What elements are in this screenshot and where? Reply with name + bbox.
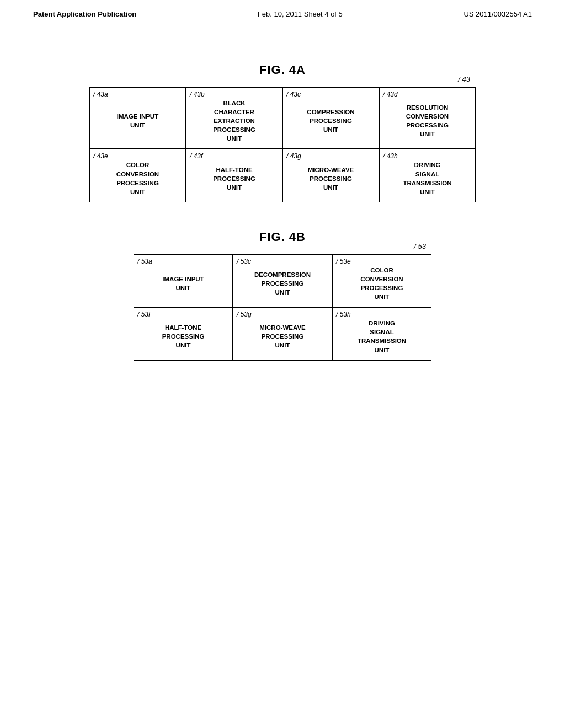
- ref-53a: / 53a: [137, 257, 152, 266]
- box-43h-label: DRIVING SIGNAL TRANSMISSION UNIT: [403, 160, 451, 196]
- box-43a: / 43a IMAGE INPUT UNIT: [89, 87, 186, 149]
- box-53f-label: HALF-TONE PROCESSING UNIT: [162, 323, 205, 350]
- fig4b-diagram: / 53a IMAGE INPUT UNIT / 53c DECOMPRESSI…: [134, 254, 431, 361]
- fig4b-title: FIG. 4B: [33, 230, 532, 244]
- ref-53h: / 53h: [336, 310, 351, 319]
- box-43d-label: RESOLUTION CONVERSION PROCESSING UNIT: [406, 103, 449, 138]
- ref-53g: / 53g: [237, 310, 252, 319]
- box-43b-label: BLACK CHARACTER EXTRACTION PROCESSING UN…: [213, 99, 255, 143]
- box-43d: / 43d RESOLUTION CONVERSION PROCESSING U…: [379, 87, 476, 149]
- box-43h: / 43h DRIVING SIGNAL TRANSMISSION UNIT: [379, 149, 476, 202]
- main-content: FIG. 4A / 43 / 43a IMAGE INPUT UNIT / 43…: [0, 24, 565, 410]
- fig4a-wrapper: / 43 / 43a IMAGE INPUT UNIT / 43b BLACK …: [89, 87, 476, 202]
- header-date-sheet: Feb. 10, 2011 Sheet 4 of 5: [258, 10, 343, 18]
- ref-53e: / 53e: [336, 257, 351, 266]
- ref-43a: / 43a: [93, 90, 108, 99]
- ref-53c: / 53c: [237, 257, 251, 266]
- fig4b-wrapper: / 53 / 53a IMAGE INPUT UNIT / 53c DECOMP…: [134, 254, 431, 361]
- ref-43f: / 43f: [190, 152, 202, 161]
- page-header: Patent Application Publication Feb. 10, …: [0, 0, 565, 24]
- box-43b: / 43b BLACK CHARACTER EXTRACTION PROCESS…: [186, 87, 282, 149]
- box-43g: / 43g MICRO-WEAVE PROCESSING UNIT: [282, 149, 379, 202]
- box-43e: / 43e COLOR CONVERSION PROCESSING UNIT: [89, 149, 186, 202]
- box-53c-label: DECOMPRESSION PROCESSING UNIT: [254, 270, 311, 297]
- ref-53f: / 53f: [137, 310, 150, 319]
- box-53h: / 53h DRIVING SIGNAL TRANSMISSION UNIT: [332, 307, 431, 360]
- ref-43e: / 43e: [93, 152, 108, 161]
- ref-43b: / 43b: [190, 90, 205, 99]
- fig4a-diagram: / 43a IMAGE INPUT UNIT / 43b BLACK CHARA…: [89, 87, 476, 202]
- box-53f: / 53f HALF-TONE PROCESSING UNIT: [134, 307, 233, 360]
- box-43c-label: COMPRESSION PROCESSING UNIT: [307, 108, 354, 134]
- box-43f: / 43f HALF-TONE PROCESSING UNIT: [186, 149, 282, 202]
- box-43a-label: IMAGE INPUT UNIT: [117, 112, 158, 130]
- box-43f-label: HALF-TONE PROCESSING UNIT: [213, 165, 255, 192]
- header-publication-label: Patent Application Publication: [33, 10, 136, 18]
- ref-43g: / 43g: [286, 152, 301, 161]
- box-53a-label: IMAGE INPUT UNIT: [162, 275, 204, 292]
- box-53c: / 53c DECOMPRESSION PROCESSING UNIT: [233, 254, 332, 307]
- box-43c: / 43c COMPRESSION PROCESSING UNIT: [282, 87, 379, 149]
- box-53a: / 53a IMAGE INPUT UNIT: [134, 254, 233, 307]
- fig4a-diagram-ref: / 43: [458, 75, 470, 83]
- box-53g: / 53g MICRO-WEAVE PROCESSING UNIT: [233, 307, 332, 360]
- box-53g-label: MICRO-WEAVE PROCESSING UNIT: [259, 323, 305, 350]
- ref-43d: / 43d: [383, 90, 398, 99]
- fig4b-diagram-ref: / 53: [414, 242, 426, 250]
- ref-43c: / 43c: [286, 90, 301, 99]
- header-patent-number: US 2011/0032554 A1: [463, 10, 532, 18]
- box-43g-label: MICRO-WEAVE PROCESSING UNIT: [308, 165, 354, 192]
- box-53e: / 53e COLOR CONVERSION PROCESSING UNIT: [332, 254, 431, 307]
- box-53h-label: DRIVING SIGNAL TRANSMISSION UNIT: [358, 319, 406, 354]
- box-53e-label: COLOR CONVERSION PROCESSING UNIT: [360, 266, 403, 301]
- box-43e-label: COLOR CONVERSION PROCESSING UNIT: [116, 160, 159, 196]
- ref-43h: / 43h: [383, 152, 398, 161]
- fig4a-title: FIG. 4A: [33, 63, 532, 77]
